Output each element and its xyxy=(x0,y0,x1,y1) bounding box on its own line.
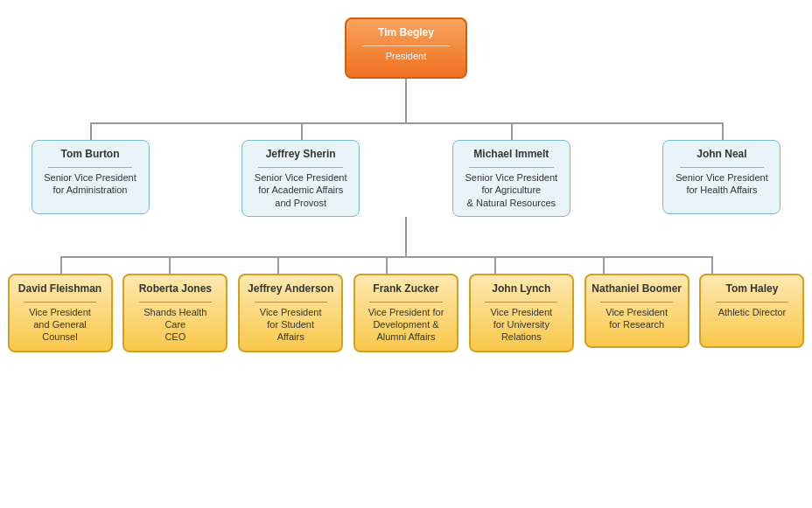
l1-div-3 xyxy=(680,167,765,168)
l2-vstub-6 xyxy=(711,256,713,274)
l2-name-5: Nathaniel Boomer xyxy=(592,282,682,295)
l1-node-wrapper-1: Jeffrey Sherin Senior Vice Presidentfor … xyxy=(240,140,362,217)
l2-div-5 xyxy=(600,302,673,303)
l2-node-wrapper-3: Frank Zucker Vice President forDevelopme… xyxy=(352,274,460,352)
l2-title-4: Vice Presidentfor UniversityRelations xyxy=(490,306,552,344)
root-to-l2-connector xyxy=(405,217,407,256)
l1-title-1: Senior Vice Presidentfor Academic Affair… xyxy=(255,171,347,209)
l2-div-2 xyxy=(255,302,327,303)
l2-div-4 xyxy=(485,302,557,303)
l1-name-0: Tom Burton xyxy=(60,148,119,160)
l2-name-3: Frank Zucker xyxy=(373,282,438,295)
l2-div-1 xyxy=(139,302,212,303)
l2-div-0 xyxy=(24,302,96,303)
l2-node-wrapper-4: John Lynch Vice Presidentfor UniversityR… xyxy=(467,274,576,352)
l1-node-wrapper-3: John Neal Senior Vice Presidentfor Healt… xyxy=(661,140,783,217)
node-l2-3[interactable]: Frank Zucker Vice President forDevelopme… xyxy=(354,274,458,352)
l2-title-2: Vice Presidentfor StudentAffairs xyxy=(260,306,322,344)
l2-node-wrapper-6: Tom Haley Athletic Director xyxy=(697,274,806,352)
node-l2-5[interactable]: Nathaniel Boomer Vice Presidentfor Resea… xyxy=(584,274,690,348)
l1-hbar xyxy=(90,122,722,124)
root-title: President xyxy=(386,50,426,62)
level0-row: Tim Begley President xyxy=(0,17,812,352)
l1-node-wrapper-2: Michael Immelt Senior Vice Presidentfor … xyxy=(450,140,572,217)
l2-area: David Fleishman Vice Presidentand Genera… xyxy=(6,256,807,352)
l2-node-wrapper-0: David Fleishman Vice Presidentand Genera… xyxy=(6,274,115,352)
l2-name-0: David Fleishman xyxy=(18,282,102,295)
l2-title-5: Vice Presidentfor Research xyxy=(606,306,668,331)
l2-node-wrapper-2: Jeffrey Anderson Vice Presidentfor Stude… xyxy=(236,274,345,352)
node-l2-6[interactable]: Tom Haley Athletic Director xyxy=(699,274,804,348)
l2-title-3: Vice President forDevelopment &Alumni Af… xyxy=(368,306,444,344)
l2-name-2: Jeffrey Anderson xyxy=(248,282,333,295)
l2-div-3 xyxy=(369,302,442,303)
l2-div-6 xyxy=(716,302,788,303)
node-l1-0[interactable]: Tom Burton Senior Vice Presidentfor Admi… xyxy=(32,140,150,214)
l1-area: Tom Burton Senior Vice Presidentfor Admi… xyxy=(29,122,783,217)
node-l2-0[interactable]: David Fleishman Vice Presidentand Genera… xyxy=(8,274,113,352)
node-l2-1[interactable]: Roberta Jones Shands HealthCareCEO xyxy=(122,274,228,352)
l1-title-0: Senior Vice Presidentfor Administration xyxy=(44,171,136,197)
node-l1-2[interactable]: Michael Immelt Senior Vice Presidentfor … xyxy=(452,140,570,217)
l2-name-1: Roberta Jones xyxy=(139,282,212,295)
l1-title-3: Senior Vice Presidentfor Health Affairs xyxy=(676,171,768,197)
l1-vstub-4 xyxy=(722,122,724,140)
node-l2-4[interactable]: John Lynch Vice Presidentfor UniversityR… xyxy=(469,274,574,352)
l2-title-1: Shands HealthCareCEO xyxy=(144,306,206,344)
node-root[interactable]: Tim Begley President xyxy=(345,17,467,79)
l1-title-2: Senior Vice Presidentfor Agriculture& Na… xyxy=(466,171,558,209)
node-l1-3[interactable]: John Neal Senior Vice Presidentfor Healt… xyxy=(662,140,780,214)
l1-div-1 xyxy=(258,167,343,168)
node-l2-2[interactable]: Jeffrey Anderson Vice Presidentfor Stude… xyxy=(238,274,343,352)
l2-name-6: Tom Haley xyxy=(726,282,779,295)
l1-vstub-2 xyxy=(301,122,303,140)
l2-vstub-4 xyxy=(494,256,496,274)
root-wrapper: Tim Begley President xyxy=(6,17,807,352)
l2-vstub-5 xyxy=(603,256,605,274)
root-to-l1-connector xyxy=(405,79,407,122)
l2-node-wrapper-5: Nathaniel Boomer Vice Presidentfor Resea… xyxy=(583,274,691,352)
l2-title-0: Vice Presidentand GeneralCounsel xyxy=(29,306,91,344)
l2-vstub-0 xyxy=(60,256,62,274)
l2-title-6: Athletic Director xyxy=(718,306,787,318)
l2-vstub-3 xyxy=(386,256,388,274)
l2-name-4: John Lynch xyxy=(492,282,550,295)
root-divider xyxy=(362,45,449,46)
l2-node-wrapper-1: Roberta Jones Shands HealthCareCEO xyxy=(121,274,229,352)
l1-name-3: John Neal xyxy=(696,148,746,160)
l1-name-1: Jeffrey Sherin xyxy=(266,148,336,160)
node-l1-1[interactable]: Jeffrey Sherin Senior Vice Presidentfor … xyxy=(242,140,360,217)
l2-vstub-1 xyxy=(169,256,171,274)
l2-nodes-row: David Fleishman Vice Presidentand Genera… xyxy=(6,256,807,352)
l1-vstub-3 xyxy=(511,122,513,140)
l1-node-wrapper-0: Tom Burton Senior Vice Presidentfor Admi… xyxy=(29,140,151,217)
l2-vstub-2 xyxy=(277,256,279,274)
root-name: Tim Begley xyxy=(378,26,434,38)
l1-div-2 xyxy=(469,167,554,168)
l1-div-0 xyxy=(48,167,133,168)
l1-nodes-row: Tom Burton Senior Vice Presidentfor Admi… xyxy=(29,122,783,217)
org-chart: Tim Begley President xyxy=(0,0,812,361)
l1-vstub-1 xyxy=(90,122,92,140)
l1-name-2: Michael Immelt xyxy=(473,148,549,160)
